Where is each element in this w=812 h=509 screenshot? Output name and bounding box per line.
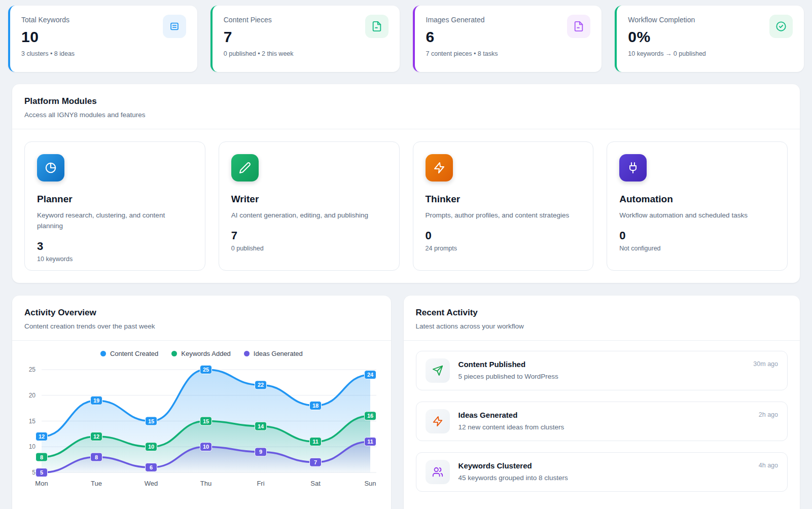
activity-description: 5 pieces published to WordPress: [458, 373, 558, 380]
activity-overview-card: Activity Overview Content creation trend…: [12, 296, 391, 509]
legend-label: Keywords Added: [181, 350, 231, 357]
svg-text:15: 15: [29, 418, 36, 425]
svg-text:Fri: Fri: [257, 480, 264, 487]
svg-text:18: 18: [312, 403, 319, 409]
module-card-planner[interactable]: Planner Keyword research, clustering, an…: [24, 141, 205, 271]
pie-chart-icon: [37, 154, 64, 181]
platform-modules-header: Platform Modules Access all IGNY8 module…: [12, 84, 800, 129]
svg-text:25: 25: [29, 366, 36, 373]
module-name: Planner: [37, 194, 193, 205]
recent-activity-header: Recent Activity Latest actions across yo…: [404, 296, 800, 340]
stat-subtitle: 0 published • 2 this week: [224, 50, 389, 57]
module-stat-value: 7: [231, 229, 387, 242]
module-stat-label: 24 prompts: [426, 245, 581, 252]
activity-description: 45 keywords grouped into 8 clusters: [458, 474, 568, 482]
activity-timestamp: 2h ago: [759, 411, 778, 418]
svg-text:5: 5: [40, 469, 43, 476]
module-name: Writer: [231, 194, 387, 205]
send-icon: [426, 358, 450, 383]
svg-text:Mon: Mon: [35, 480, 48, 487]
svg-text:Wed: Wed: [145, 480, 158, 487]
legend-dot: [171, 351, 177, 356]
module-card-thinker[interactable]: Thinker Prompts, author profiles, and co…: [413, 141, 594, 271]
module-description: Workflow automation and scheduled tasks: [619, 210, 775, 221]
stat-value: 10: [21, 28, 186, 46]
legend-item-content-created[interactable]: Content Created: [100, 350, 158, 357]
stats-row: Total Keywords 10 3 clusters • 8 ideas C…: [0, 0, 812, 72]
svg-text:Tue: Tue: [91, 480, 102, 487]
legend-label: Ideas Generated: [254, 350, 303, 357]
stat-card-images-generated: Images Generated 6 7 content pieces • 8 …: [413, 6, 602, 72]
activity-title: Ideas Generated: [458, 411, 564, 419]
activity-overview-header: Activity Overview Content creation trend…: [12, 296, 391, 340]
module-description: Prompts, author profiles, and content st…: [426, 210, 581, 221]
svg-text:Sun: Sun: [364, 480, 376, 487]
svg-text:10: 10: [203, 444, 209, 450]
modules-grid: Planner Keyword research, clustering, an…: [12, 129, 800, 283]
section-title: Platform Modules: [24, 96, 788, 106]
image-file-icon: [567, 15, 590, 38]
activity-item-content-published: Content Published 5 pieces published to …: [416, 351, 788, 390]
stat-value: 0%: [628, 28, 793, 46]
svg-text:8: 8: [95, 454, 98, 460]
plug-icon: [619, 154, 647, 181]
activity-timestamp: 30m ago: [753, 360, 778, 368]
module-stat-label: 0 published: [231, 245, 387, 252]
zap-icon: [426, 409, 450, 433]
svg-text:19: 19: [93, 397, 99, 404]
file-icon: [365, 15, 389, 38]
svg-text:Thu: Thu: [200, 480, 211, 487]
legend-item-ideas-generated[interactable]: Ideas Generated: [244, 350, 303, 357]
module-stat-label: Not configured: [619, 245, 775, 252]
svg-text:10: 10: [148, 444, 154, 450]
svg-text:15: 15: [148, 418, 154, 424]
activity-description: 12 new content ideas from clusters: [458, 423, 564, 431]
stat-subtitle: 10 keywords → 0 published: [628, 50, 793, 57]
activity-timestamp: 4h ago: [759, 462, 778, 469]
module-card-writer[interactable]: Writer AI content generation, editing, a…: [219, 141, 400, 271]
activity-item-keywords-clustered: Keywords Clustered 45 keywords grouped i…: [416, 452, 788, 492]
svg-text:9: 9: [259, 449, 262, 455]
module-name: Automation: [619, 194, 775, 205]
stat-value: 7: [224, 28, 389, 46]
svg-text:16: 16: [367, 413, 373, 419]
legend-item-keywords-added[interactable]: Keywords Added: [171, 350, 231, 357]
section-subtitle: Latest actions across your workflow: [416, 322, 788, 330]
stat-title: Workflow Completion: [628, 16, 793, 24]
svg-text:Sat: Sat: [310, 480, 321, 487]
svg-text:15: 15: [203, 418, 209, 424]
activity-item-ideas-generated: Ideas Generated 12 new content ideas fro…: [416, 402, 788, 441]
svg-text:20: 20: [29, 392, 36, 399]
svg-text:14: 14: [258, 423, 264, 429]
notes-icon: [163, 15, 186, 38]
check-circle-icon: [769, 15, 793, 38]
module-description: AI content generation, editing, and publ…: [231, 210, 387, 221]
svg-text:22: 22: [258, 382, 264, 388]
legend-label: Content Created: [110, 350, 158, 357]
stat-value: 6: [426, 28, 591, 46]
stat-subtitle: 7 content pieces • 8 tasks: [426, 50, 591, 57]
svg-text:6: 6: [150, 464, 153, 470]
bottom-row: Activity Overview Content creation trend…: [12, 296, 800, 509]
svg-text:25: 25: [203, 367, 209, 373]
stat-title: Content Pieces: [224, 16, 389, 24]
pencil-icon: [231, 154, 259, 181]
module-stat-value: 0: [619, 229, 775, 242]
svg-text:12: 12: [39, 433, 45, 440]
stat-title: Images Generated: [426, 16, 591, 24]
stat-card-content-pieces: Content Pieces 7 0 published • 2 this we…: [210, 6, 400, 72]
stat-title: Total Keywords: [21, 16, 186, 24]
svg-text:12: 12: [93, 433, 99, 440]
stat-card-total-keywords: Total Keywords 10 3 clusters • 8 ideas: [8, 6, 197, 72]
section-subtitle: Access all IGNY8 modules and features: [24, 111, 788, 119]
svg-text:5: 5: [32, 469, 36, 476]
legend-dot: [100, 351, 106, 356]
chart-legend: Content Created Keywords Added Ideas Gen…: [12, 350, 391, 357]
section-title: Recent Activity: [416, 308, 788, 318]
platform-modules-card: Platform Modules Access all IGNY8 module…: [12, 84, 800, 283]
divider: [12, 340, 391, 341]
stat-subtitle: 3 clusters • 8 ideas: [21, 50, 186, 57]
svg-text:11: 11: [312, 439, 319, 445]
module-card-automation[interactable]: Automation Workflow automation and sched…: [607, 141, 788, 271]
section-title: Activity Overview: [24, 308, 379, 318]
